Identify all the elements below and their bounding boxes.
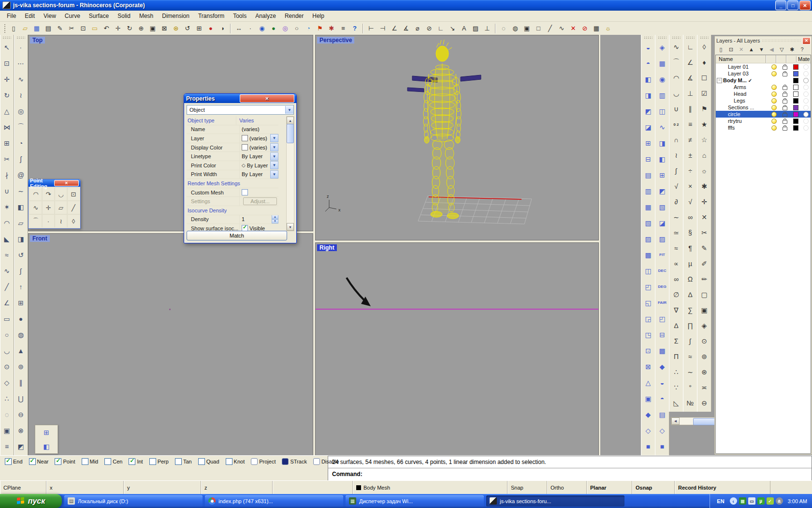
layer-color-swatch[interactable] bbox=[793, 98, 798, 104]
property-value-cell[interactable]: ◇ Adjust... ▼ ▲▼ bbox=[239, 197, 278, 206]
layer-row[interactable]: Layer 03 bbox=[716, 70, 811, 77]
property-value-cell[interactable]: ◇ (varies) ▼ ▲▼ bbox=[239, 134, 278, 143]
layer-row[interactable]: Legs bbox=[716, 97, 811, 104]
command-panel[interactable]: 24 surfaces, 54 meshes, 66 curves, 4 poi… bbox=[328, 456, 812, 481]
close-icon[interactable]: ✕ bbox=[802, 37, 811, 45]
lock-column-header[interactable] bbox=[776, 55, 786, 63]
surface-tool-icon[interactable]: ◓ bbox=[642, 55, 654, 71]
layer-material-circle[interactable] bbox=[803, 64, 809, 70]
fit-tool[interactable]: FIT bbox=[656, 247, 668, 263]
split-icon[interactable]: ∤ bbox=[0, 167, 13, 183]
surface-tool-icon[interactable]: ⊞ bbox=[656, 167, 668, 183]
points-icon[interactable]: ∴ bbox=[0, 390, 13, 406]
spin-down-icon[interactable]: ▼ bbox=[272, 219, 278, 224]
status-field[interactable]: x bbox=[46, 481, 124, 494]
decimal-places-tool[interactable]: 0 2 bbox=[670, 117, 682, 132]
chevron-down-icon[interactable]: ▼ bbox=[270, 161, 278, 169]
distance-icon[interactable]: ↔ bbox=[233, 23, 245, 34]
hatch-icon[interactable]: ▨ bbox=[470, 23, 481, 34]
surface-tool-icon[interactable]: △ bbox=[642, 374, 654, 390]
straighten-icon[interactable]: ╱ bbox=[67, 201, 80, 214]
layer-material-circle[interactable] bbox=[803, 98, 809, 104]
surface-tool-icon[interactable]: ▣ bbox=[642, 390, 654, 406]
surface-tool-icon[interactable]: ▦ bbox=[642, 199, 654, 215]
layer-name[interactable]: Sections ... bbox=[728, 105, 754, 110]
lock-icon[interactable]: ▣ bbox=[0, 422, 13, 438]
property-value-cell[interactable]: ◇ By Layer ▼ ▲▼ bbox=[239, 161, 278, 170]
freeform-icon[interactable]: ∼ bbox=[14, 183, 27, 199]
layer-name[interactable]: Body M... bbox=[723, 77, 747, 83]
array-icon[interactable]: ⊞ bbox=[0, 135, 13, 151]
dimension-tool-icon[interactable]: ≡ bbox=[684, 117, 696, 132]
dim-diameter-icon[interactable]: ⊘ bbox=[423, 23, 435, 34]
sphere-icon[interactable]: ● bbox=[14, 311, 27, 327]
filter-icon[interactable]: ▽ bbox=[777, 45, 787, 54]
layer-lock-icon[interactable] bbox=[783, 86, 787, 90]
curve-tool-icon[interactable]: √ bbox=[670, 179, 682, 194]
viewport-right[interactable]: Right bbox=[315, 242, 599, 456]
property-row[interactable]: Linetype ◇ By Layer ▼ ▲▼ bbox=[187, 152, 278, 161]
layer-visibility-bulb-icon[interactable] bbox=[771, 64, 777, 70]
misc-tool-icon[interactable]: ☆ bbox=[698, 132, 710, 148]
property-value-cell[interactable]: ◇ (varies) ▼ ▲▼ bbox=[239, 143, 278, 152]
menu-item[interactable]: Edit bbox=[20, 11, 39, 21]
layer-lock-icon[interactable] bbox=[783, 113, 787, 117]
misc-tool-icon[interactable]: ☐ bbox=[698, 70, 710, 86]
chevron-down-icon[interactable]: ▼ bbox=[270, 170, 278, 179]
surface-tool-icon[interactable]: ◈ bbox=[656, 39, 668, 55]
property-value-cell[interactable]: ◇ (varies) ▼ ▲▼ bbox=[239, 125, 278, 134]
chevron-down-icon[interactable]: ▼ bbox=[285, 106, 293, 114]
layer-visibility-bulb-icon[interactable] bbox=[771, 85, 777, 90]
dimension-tool-icon[interactable]: ∠ bbox=[684, 55, 696, 70]
checkbox[interactable] bbox=[226, 458, 232, 465]
misc-tool-icon[interactable]: ≍ bbox=[698, 380, 710, 395]
dim-aligned-icon[interactable]: ∠ bbox=[389, 23, 400, 34]
surface-tool-icon[interactable]: ⊠ bbox=[642, 359, 654, 374]
property-row[interactable]: Settings ◇ Adjust... ▼ ▲▼ bbox=[187, 197, 278, 206]
chevron-down-icon[interactable]: ▼ bbox=[270, 134, 278, 142]
layer-name[interactable]: fffs bbox=[728, 125, 735, 131]
checkbox[interactable] bbox=[242, 189, 248, 195]
match-button[interactable]: Match bbox=[187, 231, 287, 240]
dimension-tool-icon[interactable]: ∏ bbox=[684, 318, 696, 333]
dimension-tool-icon[interactable]: ∑ bbox=[684, 302, 696, 318]
layer-color-swatch[interactable] bbox=[793, 105, 798, 110]
save-file-icon[interactable]: ▦ bbox=[31, 23, 43, 34]
visibility-column-header[interactable] bbox=[766, 55, 776, 63]
select-points-icon[interactable]: ⊡ bbox=[0, 55, 13, 71]
osnap-toggle[interactable]: Point bbox=[55, 458, 75, 465]
misc-tool-icon[interactable]: ◊ bbox=[698, 39, 710, 55]
rebuild-curve-icon[interactable]: ↷ bbox=[42, 187, 55, 201]
layer-tools-icon[interactable]: ✱ bbox=[787, 45, 797, 54]
object-type-dropdown[interactable]: Object ▼ bbox=[187, 105, 294, 115]
curve-tool-icon[interactable]: ∇ bbox=[670, 302, 682, 318]
curve-icon[interactable]: ∿ bbox=[14, 71, 27, 87]
curve-tool-icon[interactable]: ∼ bbox=[670, 209, 682, 225]
layer-lock-icon[interactable] bbox=[783, 120, 787, 124]
curve-tool-icon[interactable]: ∝ bbox=[670, 256, 682, 271]
surface-tool-icon[interactable]: ■ bbox=[642, 438, 654, 454]
dimension-tool-icon[interactable]: ≠ bbox=[684, 132, 696, 148]
layer-name[interactable]: Layer 03 bbox=[728, 71, 749, 76]
misc-tool-icon[interactable]: ▢ bbox=[698, 287, 710, 302]
layer-name[interactable]: rtrytru bbox=[728, 118, 742, 124]
misc-tool-icon[interactable]: ▣ bbox=[698, 302, 710, 318]
viewport-right-label[interactable]: Right bbox=[317, 244, 337, 251]
dimension-tool-icon[interactable]: ∡ bbox=[684, 70, 696, 86]
point-editing-title-bar[interactable]: Point Editing ✕ bbox=[29, 179, 80, 187]
menu-item[interactable]: Transform bbox=[194, 11, 229, 21]
hide-icon[interactable]: ◌ bbox=[0, 406, 13, 422]
property-row[interactable]: Isocurve Density ◇ ▼ ▲▼ bbox=[187, 206, 278, 215]
menu-item[interactable]: Help bbox=[308, 11, 329, 21]
open-file-icon[interactable]: ▱ bbox=[19, 23, 31, 34]
color-column-header[interactable] bbox=[786, 55, 797, 63]
maximize-button[interactable]: □ bbox=[787, 0, 798, 10]
osnap-toggle[interactable]: Mid bbox=[82, 458, 99, 465]
misc-tool-icon[interactable]: ★ bbox=[698, 117, 710, 132]
rectangle-icon[interactable]: ▭ bbox=[0, 311, 13, 327]
ellipse-icon[interactable]: ⊙ bbox=[0, 359, 13, 374]
bool-int-icon[interactable]: ⊗ bbox=[14, 422, 27, 438]
patch-icon[interactable]: ▱ bbox=[54, 201, 68, 214]
misc-tool-icon[interactable]: ⊖ bbox=[698, 395, 710, 411]
misc-tool-icon[interactable]: ⊛ bbox=[698, 364, 710, 380]
